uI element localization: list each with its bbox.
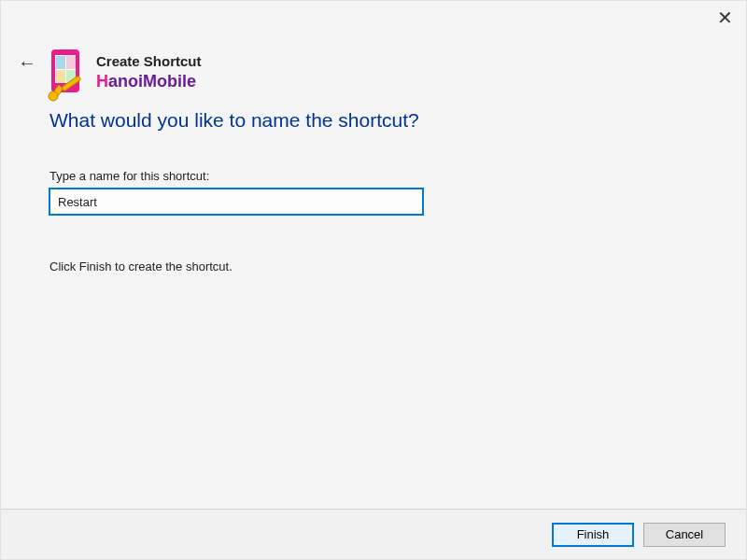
button-bar: Finish Cancel <box>1 509 746 559</box>
back-button[interactable]: ← <box>18 53 36 72</box>
brand-rest: anoiMobile <box>108 72 196 91</box>
cancel-button[interactable]: Cancel <box>643 523 726 547</box>
close-icon: ✕ <box>717 7 733 28</box>
wizard-title: Create Shortcut <box>96 53 202 70</box>
brand-first-letter: H <box>96 72 108 91</box>
shortcut-name-input[interactable] <box>49 189 423 215</box>
shortcut-name-label: Type a name for this shortcut: <box>49 169 698 183</box>
wizard-content: What would you like to name the shortcut… <box>49 109 698 273</box>
title-block: Create Shortcut HanoiMobile <box>96 46 202 92</box>
svg-rect-2 <box>56 56 65 69</box>
svg-rect-3 <box>66 56 76 69</box>
page-heading: What would you like to name the shortcut… <box>49 109 698 132</box>
brand-text: HanoiMobile <box>96 72 202 92</box>
close-button[interactable]: ✕ <box>717 8 733 27</box>
svg-rect-4 <box>56 70 65 83</box>
header: Create Shortcut HanoiMobile <box>42 46 202 102</box>
hanoimobile-logo-icon <box>42 46 94 102</box>
back-arrow-icon: ← <box>18 52 36 73</box>
svg-point-7 <box>49 91 58 101</box>
finish-button[interactable]: Finish <box>552 523 634 547</box>
finish-instruction: Click Finish to create the shortcut. <box>49 259 698 273</box>
